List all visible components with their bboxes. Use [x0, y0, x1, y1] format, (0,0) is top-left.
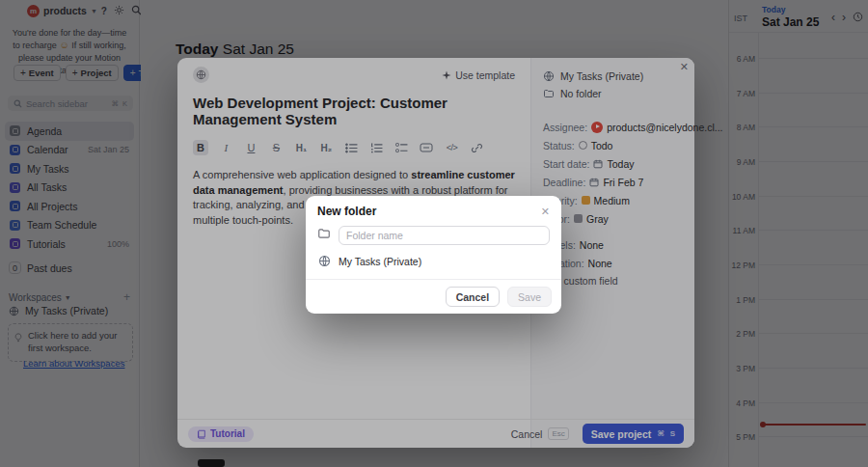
folder-icon [317, 227, 331, 244]
divider [306, 279, 561, 280]
close-icon[interactable]: ✕ [541, 206, 550, 218]
dialog-workspace-option[interactable]: My Tasks (Private) [317, 255, 550, 267]
folder-name-input[interactable] [339, 226, 550, 245]
new-folder-dialog: New folder ✕ My Tasks (Private) Cancel S… [306, 196, 561, 314]
dialog-save-button[interactable]: Save [507, 287, 552, 307]
app-root: m products ▼ ? « You're done for the day… [0, 0, 868, 467]
dialog-cancel-button[interactable]: Cancel [446, 287, 500, 307]
dialog-title: New folder [317, 205, 376, 218]
private-workspace-globe-icon [318, 255, 331, 267]
